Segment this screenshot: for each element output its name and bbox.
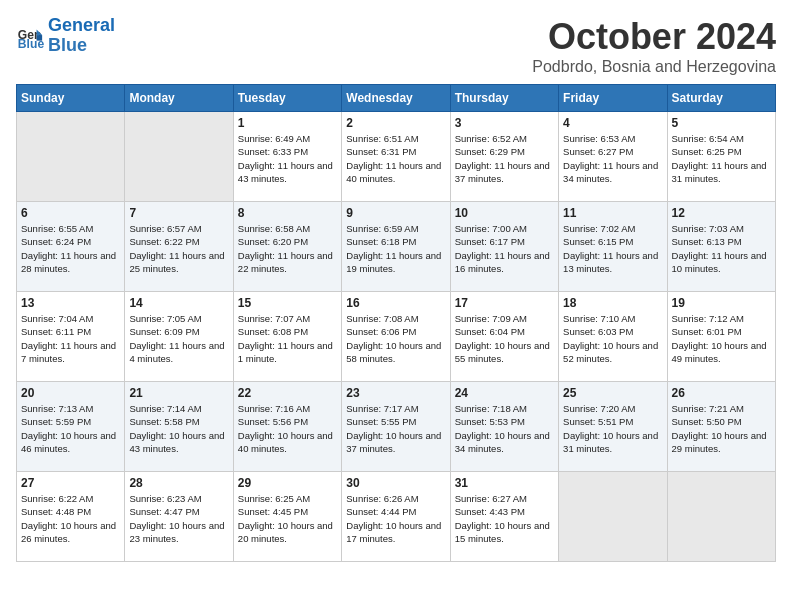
day-info: Sunrise: 6:57 AMSunset: 6:22 PMDaylight:… [129,222,228,275]
day-info: Sunrise: 7:05 AMSunset: 6:09 PMDaylight:… [129,312,228,365]
weekday-header: Tuesday [233,85,341,112]
day-number: 25 [563,386,662,400]
calendar-cell: 15Sunrise: 7:07 AMSunset: 6:08 PMDayligh… [233,292,341,382]
calendar-cell: 26Sunrise: 7:21 AMSunset: 5:50 PMDayligh… [667,382,775,472]
calendar-cell: 9Sunrise: 6:59 AMSunset: 6:18 PMDaylight… [342,202,450,292]
calendar-week-row: 20Sunrise: 7:13 AMSunset: 5:59 PMDayligh… [17,382,776,472]
day-number: 4 [563,116,662,130]
day-number: 17 [455,296,554,310]
day-number: 14 [129,296,228,310]
day-info: Sunrise: 6:23 AMSunset: 4:47 PMDaylight:… [129,492,228,545]
day-info: Sunrise: 7:13 AMSunset: 5:59 PMDaylight:… [21,402,120,455]
calendar-cell: 24Sunrise: 7:18 AMSunset: 5:53 PMDayligh… [450,382,558,472]
day-info: Sunrise: 7:18 AMSunset: 5:53 PMDaylight:… [455,402,554,455]
day-number: 31 [455,476,554,490]
calendar-cell [17,112,125,202]
calendar-week-row: 6Sunrise: 6:55 AMSunset: 6:24 PMDaylight… [17,202,776,292]
calendar-cell: 10Sunrise: 7:00 AMSunset: 6:17 PMDayligh… [450,202,558,292]
day-number: 8 [238,206,337,220]
day-info: Sunrise: 6:22 AMSunset: 4:48 PMDaylight:… [21,492,120,545]
day-number: 3 [455,116,554,130]
day-info: Sunrise: 6:52 AMSunset: 6:29 PMDaylight:… [455,132,554,185]
location-title: Podbrdo, Bosnia and Herzegovina [532,58,776,76]
day-info: Sunrise: 7:21 AMSunset: 5:50 PMDaylight:… [672,402,771,455]
calendar-cell: 30Sunrise: 6:26 AMSunset: 4:44 PMDayligh… [342,472,450,562]
day-number: 28 [129,476,228,490]
weekday-header: Monday [125,85,233,112]
day-number: 26 [672,386,771,400]
day-number: 22 [238,386,337,400]
calendar-cell: 18Sunrise: 7:10 AMSunset: 6:03 PMDayligh… [559,292,667,382]
day-info: Sunrise: 6:27 AMSunset: 4:43 PMDaylight:… [455,492,554,545]
calendar-cell [667,472,775,562]
day-number: 20 [21,386,120,400]
calendar-week-row: 27Sunrise: 6:22 AMSunset: 4:48 PMDayligh… [17,472,776,562]
day-number: 5 [672,116,771,130]
header: Gen Blue General Blue October 2024 Podbr… [16,16,776,76]
calendar-cell: 3Sunrise: 6:52 AMSunset: 6:29 PMDaylight… [450,112,558,202]
calendar-cell: 25Sunrise: 7:20 AMSunset: 5:51 PMDayligh… [559,382,667,472]
calendar-cell: 5Sunrise: 6:54 AMSunset: 6:25 PMDaylight… [667,112,775,202]
day-number: 7 [129,206,228,220]
day-info: Sunrise: 6:54 AMSunset: 6:25 PMDaylight:… [672,132,771,185]
calendar-cell: 21Sunrise: 7:14 AMSunset: 5:58 PMDayligh… [125,382,233,472]
calendar-cell: 19Sunrise: 7:12 AMSunset: 6:01 PMDayligh… [667,292,775,382]
calendar-week-row: 13Sunrise: 7:04 AMSunset: 6:11 PMDayligh… [17,292,776,382]
day-info: Sunrise: 7:10 AMSunset: 6:03 PMDaylight:… [563,312,662,365]
day-info: Sunrise: 7:16 AMSunset: 5:56 PMDaylight:… [238,402,337,455]
day-info: Sunrise: 7:14 AMSunset: 5:58 PMDaylight:… [129,402,228,455]
month-title: October 2024 [532,16,776,58]
day-info: Sunrise: 7:17 AMSunset: 5:55 PMDaylight:… [346,402,445,455]
day-number: 12 [672,206,771,220]
calendar-cell: 11Sunrise: 7:02 AMSunset: 6:15 PMDayligh… [559,202,667,292]
day-number: 9 [346,206,445,220]
day-info: Sunrise: 7:03 AMSunset: 6:13 PMDaylight:… [672,222,771,275]
day-info: Sunrise: 6:58 AMSunset: 6:20 PMDaylight:… [238,222,337,275]
calendar-cell: 27Sunrise: 6:22 AMSunset: 4:48 PMDayligh… [17,472,125,562]
calendar-cell: 13Sunrise: 7:04 AMSunset: 6:11 PMDayligh… [17,292,125,382]
weekday-header: Saturday [667,85,775,112]
calendar-cell: 29Sunrise: 6:25 AMSunset: 4:45 PMDayligh… [233,472,341,562]
day-number: 2 [346,116,445,130]
day-info: Sunrise: 6:25 AMSunset: 4:45 PMDaylight:… [238,492,337,545]
calendar-cell: 31Sunrise: 6:27 AMSunset: 4:43 PMDayligh… [450,472,558,562]
calendar-cell: 1Sunrise: 6:49 AMSunset: 6:33 PMDaylight… [233,112,341,202]
day-number: 24 [455,386,554,400]
calendar-cell: 12Sunrise: 7:03 AMSunset: 6:13 PMDayligh… [667,202,775,292]
logo-text: General Blue [48,16,115,56]
calendar-cell: 28Sunrise: 6:23 AMSunset: 4:47 PMDayligh… [125,472,233,562]
day-number: 27 [21,476,120,490]
logo: Gen Blue General Blue [16,16,115,56]
day-number: 15 [238,296,337,310]
day-info: Sunrise: 7:12 AMSunset: 6:01 PMDaylight:… [672,312,771,365]
calendar-cell: 7Sunrise: 6:57 AMSunset: 6:22 PMDaylight… [125,202,233,292]
day-info: Sunrise: 7:00 AMSunset: 6:17 PMDaylight:… [455,222,554,275]
day-info: Sunrise: 7:09 AMSunset: 6:04 PMDaylight:… [455,312,554,365]
calendar-cell: 6Sunrise: 6:55 AMSunset: 6:24 PMDaylight… [17,202,125,292]
day-number: 6 [21,206,120,220]
weekday-header: Sunday [17,85,125,112]
day-number: 11 [563,206,662,220]
calendar-week-row: 1Sunrise: 6:49 AMSunset: 6:33 PMDaylight… [17,112,776,202]
calendar-cell [559,472,667,562]
title-block: October 2024 Podbrdo, Bosnia and Herzego… [532,16,776,76]
day-info: Sunrise: 7:08 AMSunset: 6:06 PMDaylight:… [346,312,445,365]
calendar-cell: 2Sunrise: 6:51 AMSunset: 6:31 PMDaylight… [342,112,450,202]
day-number: 1 [238,116,337,130]
day-number: 19 [672,296,771,310]
day-number: 23 [346,386,445,400]
calendar-cell: 8Sunrise: 6:58 AMSunset: 6:20 PMDaylight… [233,202,341,292]
day-info: Sunrise: 7:02 AMSunset: 6:15 PMDaylight:… [563,222,662,275]
day-info: Sunrise: 6:55 AMSunset: 6:24 PMDaylight:… [21,222,120,275]
day-number: 16 [346,296,445,310]
day-info: Sunrise: 7:04 AMSunset: 6:11 PMDaylight:… [21,312,120,365]
day-info: Sunrise: 6:49 AMSunset: 6:33 PMDaylight:… [238,132,337,185]
weekday-header-row: SundayMondayTuesdayWednesdayThursdayFrid… [17,85,776,112]
calendar-cell: 22Sunrise: 7:16 AMSunset: 5:56 PMDayligh… [233,382,341,472]
day-info: Sunrise: 6:26 AMSunset: 4:44 PMDaylight:… [346,492,445,545]
logo-blue: Blue [48,35,87,55]
day-number: 21 [129,386,228,400]
day-info: Sunrise: 7:07 AMSunset: 6:08 PMDaylight:… [238,312,337,365]
day-info: Sunrise: 6:51 AMSunset: 6:31 PMDaylight:… [346,132,445,185]
calendar-table: SundayMondayTuesdayWednesdayThursdayFrid… [16,84,776,562]
